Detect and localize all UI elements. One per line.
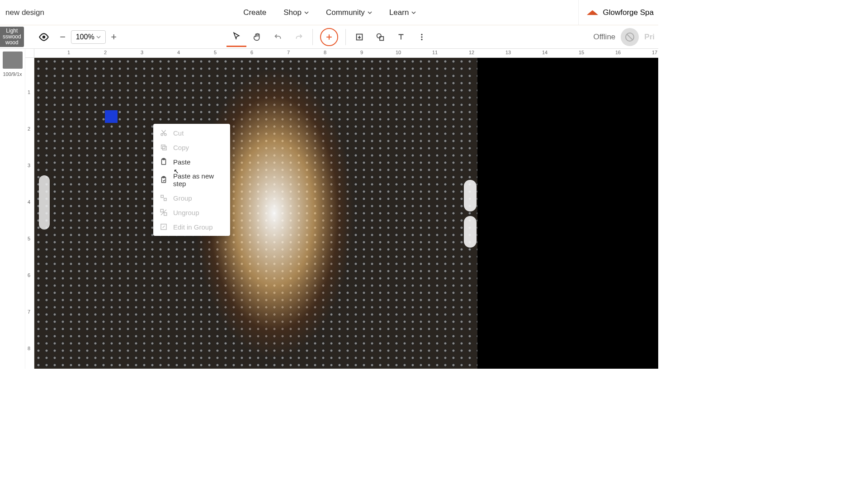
nav-community-label: Community (326, 8, 365, 17)
svg-rect-19 (164, 213, 167, 216)
ctx-paste[interactable]: Paste (153, 155, 230, 169)
svg-point-0 (42, 35, 45, 38)
text-icon (396, 32, 406, 42)
toolbar-center (226, 27, 432, 47)
text-tool[interactable] (391, 27, 411, 47)
ruler-horizontal: 1234567891011121314151617 (34, 49, 658, 58)
ruler-h-tick: 11 (432, 50, 438, 55)
eye-icon (38, 31, 50, 43)
group-icon (160, 194, 168, 202)
zoom-controls: − 100% + (57, 30, 120, 44)
ctx-copy-label: Copy (173, 144, 189, 151)
zoom-text: 100% (76, 33, 94, 41)
design-object-square[interactable] (105, 110, 118, 123)
ruler-vertical: 12345678 (25, 58, 34, 369)
edit-group-icon (160, 223, 168, 231)
ruler-h-tick: 12 (469, 50, 474, 55)
ctx-edit-group-label: Edit in Group (173, 223, 213, 231)
nav-learn[interactable]: Learn (389, 8, 416, 17)
ctx-group: Group (153, 191, 230, 205)
ctx-paste-label: Paste (173, 158, 190, 166)
zoom-in-button[interactable]: + (108, 31, 120, 43)
ruler-h-tick: 5 (214, 50, 217, 55)
more-tools[interactable] (412, 27, 432, 47)
top-bar: new design Create Shop Community Learn G… (0, 0, 658, 25)
ruler-v-tick: 1 (28, 89, 30, 95)
svg-rect-11 (163, 146, 166, 150)
ctx-ungroup-label: Ungroup (173, 209, 199, 216)
material-chip[interactable]: Light sswood wood (0, 27, 24, 47)
ruler-h-tick: 7 (287, 50, 290, 55)
undo-icon (273, 32, 283, 42)
material-line3: wood (3, 40, 21, 46)
ruler-h-tick: 14 (542, 50, 547, 55)
steps-panel: 100/9/1x (0, 49, 25, 369)
glowforge-logo-icon (587, 10, 599, 15)
nav-learn-label: Learn (389, 8, 409, 17)
connection-status: Offline (593, 33, 615, 42)
preview-toggle[interactable] (34, 27, 54, 47)
design-name[interactable]: new design (0, 8, 81, 17)
toolbar-right: Offline Pri (593, 28, 658, 46)
svg-rect-17 (164, 198, 166, 201)
print-label: Pri (644, 33, 655, 42)
ruler-h-tick: 10 (396, 50, 401, 55)
canvas-area: 1234567891011121314151617 12345678 Cut C… (25, 49, 658, 369)
zoom-out-button[interactable]: − (57, 31, 69, 43)
plus-icon (325, 33, 334, 42)
ruler-h-tick: 9 (360, 50, 363, 55)
nav-shop[interactable]: Shop (283, 8, 309, 17)
nav-community[interactable]: Community (326, 8, 372, 17)
chevron-down-icon (304, 11, 309, 14)
shape-tool[interactable] (370, 27, 390, 47)
nav-create[interactable]: Create (243, 8, 266, 17)
ruler-v-tick: 4 (28, 199, 30, 205)
ctx-paste-step[interactable]: Paste as new step (153, 169, 230, 191)
ctx-copy: Copy (153, 140, 230, 155)
zoom-value[interactable]: 100% (71, 30, 106, 44)
chevron-down-icon (368, 11, 372, 14)
shape-icon (375, 32, 385, 42)
ungroup-icon (160, 208, 168, 216)
svg-point-6 (421, 38, 422, 40)
cut-icon (160, 129, 168, 137)
add-artwork-button[interactable] (320, 28, 338, 46)
svg-point-2 (377, 33, 381, 38)
import-button[interactable] (349, 27, 369, 47)
ctx-edit-group: Edit in Group (153, 220, 230, 234)
ctx-cut: Cut (153, 126, 230, 140)
step-label: 100/9/1x (3, 71, 22, 77)
divider (312, 29, 313, 45)
ruler-h-tick: 15 (579, 50, 584, 55)
ruler-h-tick: 3 (141, 50, 143, 55)
ruler-v-tick: 7 (28, 309, 30, 314)
ruler-h-tick: 2 (104, 50, 107, 55)
paste-step-icon (160, 176, 168, 184)
redo-icon (294, 32, 304, 42)
print-button[interactable] (621, 28, 639, 46)
redo-button[interactable] (289, 27, 309, 47)
step-thumbnail[interactable] (3, 52, 23, 69)
svg-rect-16 (161, 195, 163, 197)
ruler-h-tick: 8 (324, 50, 326, 55)
hand-icon (252, 32, 262, 42)
svg-point-5 (421, 36, 422, 38)
chevron-down-icon (411, 11, 416, 14)
ruler-v-tick: 5 (28, 236, 30, 241)
select-tool[interactable] (226, 27, 246, 47)
divider (345, 29, 346, 45)
nav-shop-label: Shop (283, 8, 302, 17)
ctx-cut-label: Cut (173, 129, 184, 137)
undo-button[interactable] (268, 27, 288, 47)
account-menu[interactable]: Glowforge Spa (578, 0, 658, 25)
canvas[interactable]: Cut Copy Paste Paste as new step Group (34, 58, 658, 369)
rail-right-bottom (464, 216, 476, 248)
pan-tool[interactable] (247, 27, 267, 47)
nav-center: Create Shop Community Learn (81, 8, 578, 17)
more-vertical-icon (417, 32, 427, 42)
ctx-group-label: Group (173, 194, 192, 202)
copy-icon (160, 143, 168, 151)
cursor-icon (232, 32, 241, 41)
ruler-corner (25, 49, 34, 58)
ruler-v-tick: 8 (28, 346, 30, 351)
